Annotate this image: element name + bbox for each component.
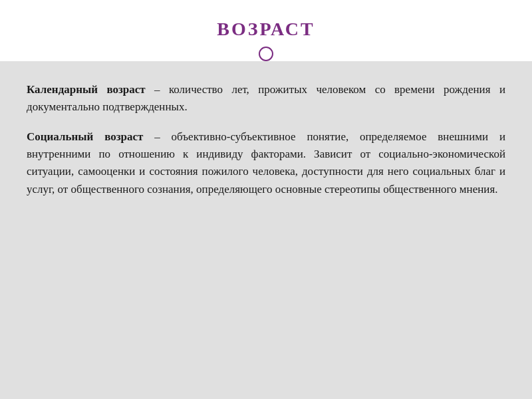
term-socialny: Социальный возраст	[27, 130, 143, 143]
term-kalendarny: Календарный возраст	[27, 83, 146, 96]
circle-divider	[0, 40, 532, 61]
paragraph-2: Социальный возраст – объективно-субъекти…	[27, 128, 505, 198]
header-section: ВОЗРАСТ	[0, 0, 532, 61]
content-section: Календарный возраст – количество лет, пр…	[0, 61, 532, 399]
slide-title: ВОЗРАСТ	[0, 19, 532, 40]
paragraph-1: Календарный возраст – количество лет, пр…	[27, 81, 505, 116]
slide: ВОЗРАСТ Календарный возраст – количество…	[0, 0, 532, 399]
circle-decoration	[259, 47, 273, 61]
